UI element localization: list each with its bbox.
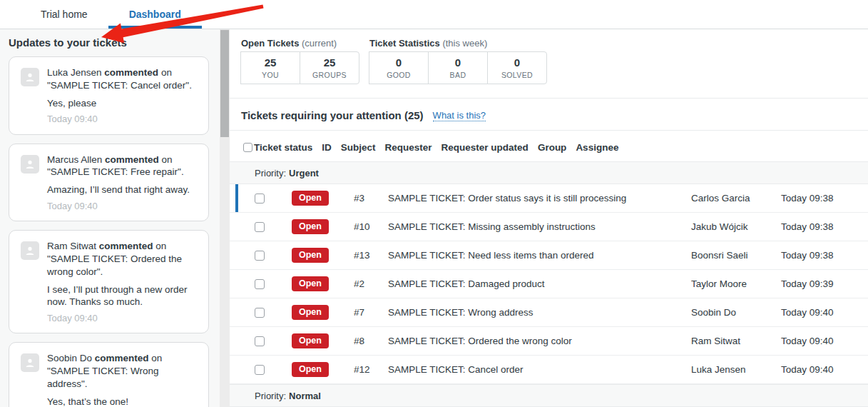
urgent-rows: Open #3 SAMPLE TICKET: Order status says… xyxy=(230,184,868,384)
update-action: commented xyxy=(95,353,149,363)
ticket-row[interactable]: Open #8 SAMPLE TICKET: Ordered the wrong… xyxy=(230,327,868,356)
open-tickets-qualifier: (current) xyxy=(302,38,337,49)
row-checkbox[interactable] xyxy=(255,194,265,204)
ticket-subject: SAMPLE TICKET: Damaged product xyxy=(388,278,691,289)
sidebar-scrollbar[interactable] xyxy=(220,29,230,407)
person-avatar-icon xyxy=(21,353,39,372)
stat-label: YOU xyxy=(262,71,279,79)
stat-value: 0 xyxy=(514,56,520,69)
row-checkbox[interactable] xyxy=(255,308,265,318)
top-tab-bar: Trial home Dashboard xyxy=(0,0,868,29)
attention-title: Tickets requiring your attention (25) xyxy=(241,109,424,121)
update-timestamp: Today 09:40 xyxy=(47,113,198,125)
row-checkbox[interactable] xyxy=(255,222,265,232)
ticket-id: #7 xyxy=(354,307,388,318)
status-badge: Open xyxy=(292,191,329,206)
update-ticket-title: "SAMPLE TICKET: Ordered the wrong color"… xyxy=(47,253,182,277)
update-author: Ram Sitwat xyxy=(47,241,96,251)
person-avatar-icon xyxy=(21,68,39,86)
row-checkbox[interactable] xyxy=(255,279,265,289)
column-header: Requester updated xyxy=(441,142,529,153)
update-message: Yes, please xyxy=(47,97,198,110)
ticket-subject: SAMPLE TICKET: Ordered the wrong color xyxy=(388,336,691,346)
stat-label: SOLVED xyxy=(501,71,533,79)
update-card[interactable]: Marcus Allen commented on "SAMPLE TICKET… xyxy=(9,144,209,222)
priority-band-normal: Priority: Normal xyxy=(230,384,868,407)
person-avatar-icon xyxy=(21,241,39,260)
person-icon xyxy=(24,159,36,170)
ticket-subject: SAMPLE TICKET: Wrong address xyxy=(388,307,691,318)
ticket-id: #2 xyxy=(354,278,388,289)
person-avatar-icon xyxy=(21,155,39,174)
column-header: Group xyxy=(538,142,567,153)
row-checkbox[interactable] xyxy=(255,365,265,375)
row-checkbox[interactable] xyxy=(255,336,265,346)
stat-cell: 25 YOU xyxy=(240,51,300,84)
ticket-row[interactable]: Open #2 SAMPLE TICKET: Damaged product T… xyxy=(230,270,868,298)
ticket-id: #13 xyxy=(354,250,388,261)
column-header: Requester xyxy=(385,142,432,153)
update-timestamp: Today 09:40 xyxy=(47,200,198,212)
ticket-row[interactable]: Open #10 SAMPLE TICKET: Missing assembly… xyxy=(230,213,868,241)
ticket-row[interactable]: Open #7 SAMPLE TICKET: Wrong address Soo… xyxy=(230,298,868,327)
tab-trial-home[interactable]: Trial home xyxy=(20,0,108,29)
update-timestamp: Today 09:40 xyxy=(47,312,198,324)
open-tickets-title: Open Tickets xyxy=(241,38,299,49)
person-icon xyxy=(24,245,36,256)
ticket-subject: SAMPLE TICKET: Order status says it is s… xyxy=(388,193,691,204)
updates-sidebar: Updates to your tickets Luka Jensen comm… xyxy=(0,29,220,407)
ticket-requester: Ram Sitwat xyxy=(691,336,781,346)
ticket-updated: Today 09:40 xyxy=(781,336,868,346)
ticket-requester: Boonsri Saeli xyxy=(691,250,781,261)
update-author-line: Soobin Do commented on "SAMPLE TICKET: W… xyxy=(47,352,198,390)
tab-dashboard[interactable]: Dashboard xyxy=(108,0,202,29)
ticket-row[interactable]: Open #13 SAMPLE TICKET: Need less items … xyxy=(230,241,868,270)
update-action: commented xyxy=(105,154,159,165)
ticket-subject: SAMPLE TICKET: Missing assembly instruct… xyxy=(388,221,691,232)
attention-section: Tickets requiring your attention (25) Wh… xyxy=(230,99,868,131)
status-badge: Open xyxy=(292,362,329,377)
stat-label: GROUPS xyxy=(312,71,347,79)
ticket-requester: Taylor Moore xyxy=(691,278,781,289)
open-tickets-block: Open Tickets (current) 25 YOU 25 GROUPS xyxy=(241,38,359,84)
update-card[interactable]: Soobin Do commented on "SAMPLE TICKET: W… xyxy=(9,342,209,407)
ticket-row[interactable]: Open #3 SAMPLE TICKET: Order status says… xyxy=(230,184,868,213)
what-is-this-link[interactable]: What is this? xyxy=(433,110,486,121)
ticket-statistics-block: Ticket Statistics (this week) 0 GOOD 0 B… xyxy=(369,38,547,84)
table-header-row: Ticket status ID Subject Requester Reque… xyxy=(230,131,868,161)
tab-dashboard-label: Dashboard xyxy=(129,9,181,20)
ticket-updated: Today 09:38 xyxy=(781,221,868,232)
sidebar-scrollbar-thumb[interactable] xyxy=(220,30,229,137)
stat-cell: 0 GOOD xyxy=(369,51,429,84)
status-badge: Open xyxy=(292,248,329,263)
update-card[interactable]: Ram Sitwat commented on "SAMPLE TICKET: … xyxy=(9,230,209,333)
ticket-requester: Soobin Do xyxy=(691,307,781,318)
ticket-statistics-title: Ticket Statistics xyxy=(369,38,440,49)
update-ticket-title: "SAMPLE TICKET: Cancel order". xyxy=(47,80,192,91)
stat-value: 25 xyxy=(324,56,336,69)
row-highlight-indicator xyxy=(235,184,238,212)
person-icon xyxy=(24,357,36,368)
column-header: Ticket status xyxy=(254,142,312,153)
status-badge: Open xyxy=(292,219,329,234)
select-all-checkbox[interactable] xyxy=(243,143,252,152)
row-checkbox[interactable] xyxy=(255,251,265,261)
ticket-statistics-qualifier: (this week) xyxy=(442,38,487,49)
ticket-subject: SAMPLE TICKET: Need less items than orde… xyxy=(388,250,691,261)
ticket-id: #10 xyxy=(354,221,388,232)
ticket-subject: SAMPLE TICKET: Cancel order xyxy=(388,364,691,375)
ticket-id: #8 xyxy=(354,336,388,346)
update-card[interactable]: Luka Jensen commented on "SAMPLE TICKET:… xyxy=(9,56,209,135)
ticket-row[interactable]: Open #12 SAMPLE TICKET: Cancel order Luk… xyxy=(230,356,868,384)
update-action: commented xyxy=(104,67,158,78)
person-icon xyxy=(24,71,36,83)
update-ticket-title: "SAMPLE TICKET: Wrong address". xyxy=(47,366,159,389)
ticket-updated: Today 09:38 xyxy=(781,193,868,204)
ticket-updated: Today 09:39 xyxy=(781,278,868,289)
stat-value: 25 xyxy=(265,56,277,69)
ticket-updated: Today 09:40 xyxy=(781,364,868,375)
stat-cell: 25 GROUPS xyxy=(300,51,359,84)
status-badge: Open xyxy=(292,333,329,348)
update-author: Luka Jensen xyxy=(47,67,102,78)
updates-list: Luka Jensen commented on "SAMPLE TICKET:… xyxy=(0,56,220,407)
